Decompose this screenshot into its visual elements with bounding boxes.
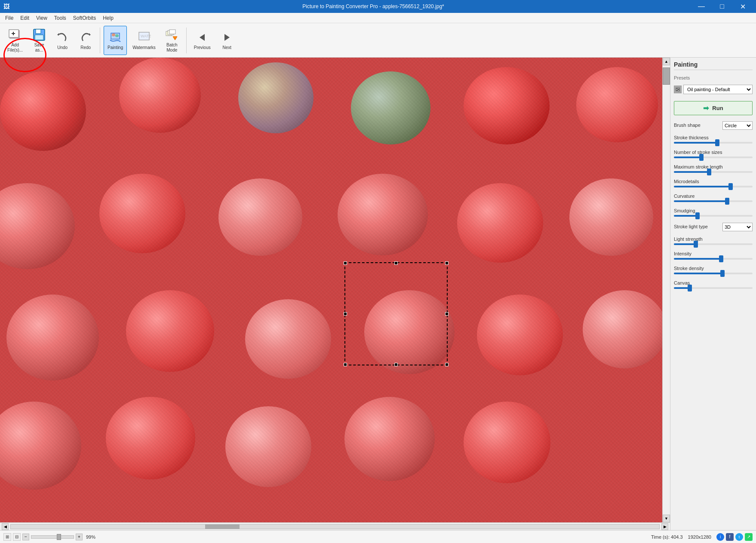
stroke-density-fill (674, 273, 722, 274)
brush-shape-row: Brush shape Circle Square Custom (674, 121, 753, 130)
smudging-label: Smudging (674, 208, 753, 213)
toolbar-add-button[interactable]: AddFile(s)... (3, 26, 27, 55)
presets-select[interactable]: Oil painting - Default Watercolor Sketch… (683, 85, 753, 94)
toolbar-undo-button[interactable]: Undo (52, 26, 73, 55)
max-stroke-length-track[interactable] (674, 171, 753, 173)
stroke-density-thumb[interactable] (720, 270, 725, 277)
zoom-thumb[interactable] (57, 534, 61, 540)
microdetails-row: Microdetails (674, 179, 753, 187)
menu-softorbits[interactable]: SoftOrbits (70, 14, 99, 22)
main-area: ▲ ▼ ◀ ▶ Painting Presets (0, 58, 756, 530)
stroke-thickness-fill (674, 142, 717, 144)
canvas-thumb[interactable] (688, 285, 692, 291)
curvature-track[interactable] (674, 200, 753, 202)
status-left: ⊞ ⊟ − + 99% (3, 533, 648, 541)
hscroll-right-button[interactable]: ▶ (661, 523, 668, 530)
toolbar-next-button[interactable]: Next (216, 26, 238, 55)
toolbar-painting-button[interactable]: Painting (104, 26, 127, 55)
title-bar: 🖼 Picture to Painting Converter Pro - ap… (0, 0, 756, 13)
social-icons: i f t ↗ (716, 533, 753, 541)
svg-rect-5 (36, 29, 41, 34)
menu-tools[interactable]: Tools (51, 14, 70, 22)
zoom-in-button[interactable]: + (76, 534, 83, 540)
twitter-icon[interactable]: t (735, 533, 743, 541)
zoom-track[interactable] (31, 535, 74, 539)
vscroll-up-button[interactable]: ▲ (663, 58, 670, 65)
presets-label: Presets (674, 75, 753, 80)
run-icon: ➡ (703, 104, 709, 112)
menu-bar: File Edit View Tools SoftOrbits Help (0, 13, 756, 23)
add-label: AddFile(s)... (7, 43, 23, 53)
microdetails-thumb[interactable] (728, 183, 733, 190)
hscroll-left-button[interactable]: ◀ (2, 523, 9, 530)
share-icon[interactable]: ↗ (745, 533, 753, 541)
window-controls: — □ ✕ (691, 0, 753, 13)
menu-edit[interactable]: Edit (17, 14, 33, 22)
toolbar-redo-button[interactable]: Redo (75, 26, 96, 55)
intensity-thumb[interactable] (719, 255, 723, 262)
toolbar-save-button[interactable]: Saveas... (28, 26, 50, 55)
stroke-thickness-track[interactable] (674, 142, 753, 144)
svg-point-21 (678, 88, 679, 89)
stroke-thickness-thumb[interactable] (715, 139, 719, 146)
stroke-density-track[interactable] (674, 273, 753, 274)
microdetails-track[interactable] (674, 186, 753, 187)
microdetails-fill (674, 186, 731, 187)
num-stroke-sizes-track[interactable] (674, 156, 753, 158)
presets-row: Oil painting - Default Watercolor Sketch… (674, 85, 753, 94)
smudging-row: Smudging (674, 208, 753, 217)
vscroll-down-button[interactable]: ▼ (663, 515, 670, 522)
watermarks-icon: WATER (137, 31, 151, 44)
svg-marker-15 (173, 37, 177, 40)
canvas-row: Canvas (674, 280, 753, 289)
run-button[interactable]: ➡ Run (674, 101, 753, 115)
close-button[interactable]: ✕ (733, 0, 753, 13)
max-stroke-length-thumb[interactable] (707, 169, 711, 175)
menu-file[interactable]: File (2, 14, 17, 22)
canvas-area[interactable] (0, 58, 662, 522)
undo-label: Undo (57, 45, 68, 50)
curvature-fill (674, 200, 727, 202)
brush-shape-select[interactable]: Circle Square Custom (722, 121, 753, 130)
toolbar-batch-button[interactable]: BatchMode (161, 26, 183, 55)
light-strength-fill (674, 243, 696, 245)
batch-icon (165, 28, 179, 42)
facebook-icon[interactable]: f (726, 533, 734, 541)
canvas-track[interactable] (674, 287, 753, 289)
curvature-thumb[interactable] (725, 198, 729, 205)
light-strength-thumb[interactable] (694, 241, 698, 248)
vscroll-track[interactable] (663, 65, 670, 515)
info-icon[interactable]: i (716, 533, 724, 541)
minimize-button[interactable]: — (691, 0, 711, 13)
redo-label: Redo (80, 45, 91, 50)
smudging-fill (674, 215, 698, 217)
toolbar-previous-button[interactable]: Previous (190, 26, 215, 55)
toolbar-watermarks-button[interactable]: WATER Watermarks (129, 26, 160, 55)
vscroll-thumb[interactable] (663, 67, 670, 85)
menu-view[interactable]: View (33, 14, 51, 22)
status-icon-2[interactable]: ⊟ (13, 533, 21, 541)
canvas-scroll-area: ▲ ▼ (0, 58, 670, 522)
window-title: Picture to Painting Converter Pro - appl… (55, 3, 691, 9)
smudging-track[interactable] (674, 215, 753, 217)
num-stroke-sizes-thumb[interactable] (699, 154, 704, 161)
zoom-out-button[interactable]: − (22, 534, 29, 540)
paint-texture (0, 58, 662, 522)
stroke-light-type-select[interactable]: 3D 2D None (722, 223, 753, 231)
light-strength-track[interactable] (674, 243, 753, 245)
horizontal-scrollbar[interactable]: ◀ ▶ (0, 522, 670, 530)
menu-help[interactable]: Help (99, 14, 117, 22)
vertical-scrollbar[interactable]: ▲ ▼ (662, 58, 670, 522)
zoom-percent: 99% (86, 534, 95, 540)
maximize-button[interactable]: □ (712, 0, 732, 13)
status-right: Time (s): 404.3 1920x1280 i f t ↗ (651, 533, 753, 541)
smudging-thumb[interactable] (695, 212, 700, 219)
svg-rect-6 (35, 35, 43, 40)
hscroll-track[interactable] (10, 524, 660, 529)
preset-settings-icon[interactable] (674, 86, 682, 93)
status-icon-1[interactable]: ⊞ (3, 533, 11, 541)
intensity-track[interactable] (674, 258, 753, 260)
intensity-fill (674, 258, 721, 260)
light-strength-row: Light strength (674, 236, 753, 245)
hscroll-thumb[interactable] (205, 525, 240, 529)
